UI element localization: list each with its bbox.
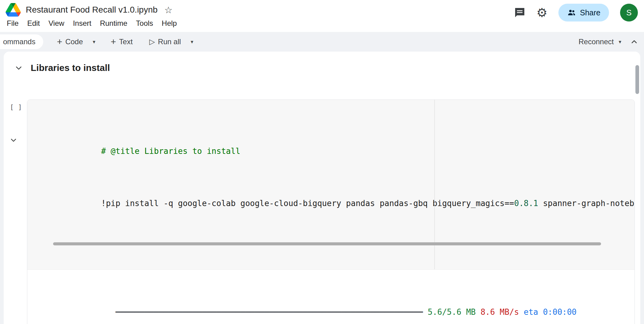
number-token: 0.8.1 [514,199,538,208]
pip-progress-line: ━━━━━━━━━━━━━━━━━━━━━━━━━━━━━━━━━━━━━━━━… [53,295,634,324]
plus-icon: + [111,37,116,46]
menu-view[interactable]: View [44,17,69,29]
code-line: # @title Libraries to install [53,135,634,167]
notebook-canvas: Libraries to install [ ] # @title Librar… [4,52,640,324]
toolbar-collapse-button[interactable] [630,37,638,46]
share-button[interactable]: Share [558,4,609,21]
comments-button[interactable] [514,7,525,18]
run-all-label: Run all [158,37,181,46]
app-header: Restaurant Food Recall v1.0.ipynb ☆ File… [0,0,644,32]
star-icon[interactable]: ☆ [164,5,173,15]
menu-file[interactable]: File [2,17,23,29]
gear-icon: ⚙ [536,6,547,19]
people-icon [567,8,576,17]
reconnect-button[interactable]: Reconnect [576,36,617,48]
comment-icon [514,7,525,18]
plus-icon: + [57,37,62,46]
output-collapse-button[interactable] [9,136,18,144]
main-wrap: Libraries to install [ ] # @title Librar… [0,52,644,324]
menu-help[interactable]: Help [157,17,181,29]
reconnect-label: Reconnect [579,37,614,46]
horizontal-scrollbar[interactable] [53,242,601,245]
header-actions: ⚙ Share S [514,4,638,21]
section-header: Libraries to install [4,63,640,73]
drive-logo-icon [6,3,21,17]
code-cell-pip-install: [ ] # @title Libraries to install !pip i… [4,100,640,324]
add-code-label: Code [65,37,83,46]
download-eta: eta 0:00:00 [519,307,577,317]
menu-runtime[interactable]: Runtime [96,17,132,29]
cell-box: # @title Libraries to install !pip insta… [27,100,635,324]
avatar-initial: S [626,8,631,18]
chevron-up-icon [630,37,638,46]
add-code-button[interactable]: + Code [54,35,86,48]
settings-button[interactable]: ⚙ [536,6,547,19]
menu-edit[interactable]: Edit [23,17,44,29]
notebook-title[interactable]: Restaurant Food Recall v1.0.ipynb [26,5,158,15]
vertical-scrollbar[interactable] [635,65,639,94]
menu-insert[interactable]: Insert [69,17,96,29]
chevron-down-icon [9,136,18,144]
reconnect-caret-icon[interactable]: ▾ [617,37,623,46]
download-size: 5.6/5.6 MB [423,307,476,317]
menu-tools[interactable]: Tools [132,17,157,29]
notebook-toolbar: ommands + Code ▾ + Text ▷ Run all ▾ Reco… [0,32,644,52]
code-editor[interactable]: # @title Libraries to install !pip insta… [27,100,634,269]
add-code-caret-icon[interactable]: ▾ [91,37,97,46]
cell-gutter: [ ] [4,100,27,324]
avatar[interactable]: S [620,4,638,21]
code-token: spanner-graph-notebook== [538,199,635,208]
add-text-button[interactable]: + Text [108,35,136,48]
command-palette-button[interactable]: ommands [0,34,43,49]
cell-output: ━━━━━━━━━━━━━━━━━━━━━━━━━━━━━━━━━━━━━━━━… [27,269,634,324]
code-line: !pip install -q google-colab google-clou… [53,188,634,219]
progress-bar: ━━━━━━━━━━━━━━━━━━━━━━━━━━━━━━━━━━━━━━━━… [101,307,423,317]
section-collapse-button[interactable] [14,63,23,72]
section-title: Libraries to install [31,63,110,73]
comment-token: # @title Libraries to install [101,146,241,156]
run-all-caret-icon[interactable]: ▾ [189,37,195,46]
code-token: !pip install -q google-colab google-clou… [101,199,514,208]
play-icon: ▷ [149,38,155,45]
download-speed: 8.6 MB/s [476,307,519,317]
chevron-down-icon [14,63,23,72]
run-all-button[interactable]: ▷ Run all [146,36,184,48]
add-text-label: Text [119,37,133,46]
cell-run-marker[interactable]: [ ] [10,103,22,111]
share-label: Share [580,8,600,17]
